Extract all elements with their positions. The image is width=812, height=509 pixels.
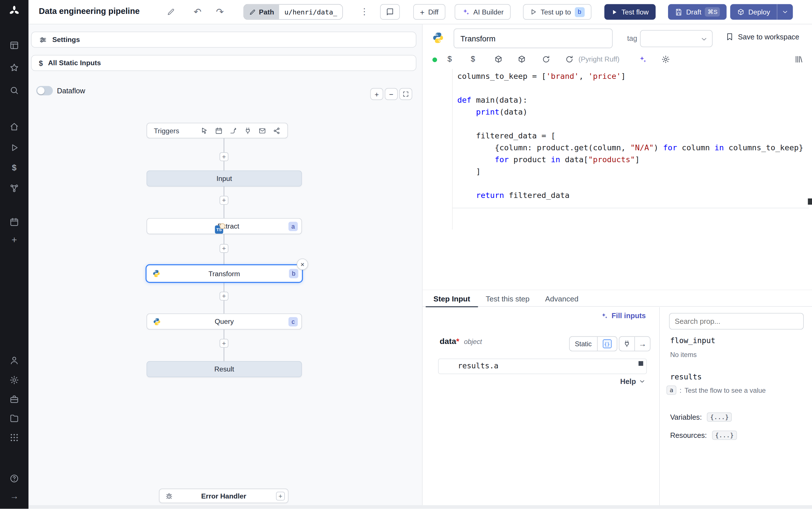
- path-control[interactable]: Path u/henri/data_: [244, 4, 343, 20]
- resources-row: Resources: {...}: [670, 431, 737, 440]
- help-button[interactable]: Help: [620, 377, 645, 385]
- add-plus-icon[interactable]: +: [8, 234, 20, 246]
- colon: :: [680, 386, 681, 394]
- expr-input-field[interactable]: results.a: [438, 359, 647, 374]
- flow-input-section[interactable]: flow_input: [670, 336, 715, 344]
- static-mode-button[interactable]: Static: [570, 337, 597, 351]
- save-to-workspace-button[interactable]: Save to workspace: [726, 33, 799, 41]
- webhook-icon[interactable]: [200, 127, 208, 134]
- tab-test-this-step[interactable]: Test this step: [478, 290, 537, 307]
- add-step-connector[interactable]: +: [220, 152, 228, 161]
- route-icon[interactable]: [229, 127, 237, 134]
- add-step-connector[interactable]: +: [220, 244, 228, 253]
- redo-icon[interactable]: ↷: [216, 6, 224, 18]
- static-inputs-bar[interactable]: $ All Static Inputs: [31, 55, 416, 71]
- ai-builder-button[interactable]: AI Builder: [455, 4, 510, 20]
- search-prop-input[interactable]: [669, 313, 804, 330]
- package-icon[interactable]: [517, 55, 526, 64]
- tag-select[interactable]: [640, 30, 712, 47]
- editor-mode-button[interactable]: {}: [597, 337, 617, 351]
- reload-icon[interactable]: [542, 55, 550, 64]
- zoom-out-button[interactable]: −: [385, 88, 398, 100]
- add-step-connector[interactable]: +: [220, 292, 228, 301]
- deploy-chevron-icon[interactable]: [777, 4, 792, 20]
- variables-dollar-icon[interactable]: $: [8, 162, 20, 174]
- result-node[interactable]: Result: [147, 361, 302, 377]
- windmill-logo[interactable]: [8, 4, 20, 16]
- path-value[interactable]: u/henri/data_: [279, 4, 342, 19]
- result-row[interactable]: a : Test the flow to see a value: [667, 385, 766, 395]
- step-name-input[interactable]: [454, 28, 613, 48]
- arg-type: object: [464, 338, 482, 345]
- dollar-icon[interactable]: $: [471, 55, 475, 63]
- code-braces-icon: {}: [602, 339, 611, 348]
- help-icon[interactable]: [8, 472, 20, 484]
- draft-button[interactable]: Draft ⌘S: [668, 4, 727, 20]
- triggers-node[interactable]: Triggers: [147, 123, 288, 138]
- editor-scroll-indicator[interactable]: [808, 199, 812, 205]
- apps-window-icon[interactable]: [8, 39, 20, 51]
- tab-step-input[interactable]: Step Input: [426, 290, 478, 307]
- remove-step-close-icon[interactable]: ×: [297, 259, 308, 270]
- settings-gear-icon[interactable]: [8, 374, 20, 386]
- undo-icon[interactable]: ↶: [193, 6, 201, 18]
- dollar-icon[interactable]: $: [447, 55, 452, 63]
- extract-node[interactable]: TS Extract a: [147, 218, 302, 234]
- folders-icon[interactable]: [8, 412, 20, 424]
- kafka-icon[interactable]: [273, 127, 281, 134]
- code-editor[interactable]: columns_to_keep = ['brand', 'price'] def…: [422, 69, 812, 288]
- zoom-in-button[interactable]: +: [370, 88, 383, 100]
- bottom-scrollbar-track[interactable]: [28, 505, 812, 509]
- transform-node-selected[interactable]: Transform b: [145, 264, 303, 283]
- workers-toolbox-icon[interactable]: [8, 393, 20, 405]
- favorites-star-icon[interactable]: [8, 62, 20, 73]
- schedules-calendar-icon[interactable]: [8, 216, 20, 228]
- websocket-icon[interactable]: [244, 127, 252, 134]
- result-key-badge: a: [667, 385, 676, 395]
- plus-icon: +: [278, 493, 282, 500]
- schedule-icon[interactable]: [215, 127, 222, 134]
- error-handler-node[interactable]: Error Handler +: [159, 488, 289, 503]
- error-handler-label: Error Handler: [201, 492, 246, 500]
- diff-button[interactable]: + Diff: [413, 4, 445, 20]
- apps-grid-icon[interactable]: [8, 432, 20, 443]
- expand-sidebar-icon[interactable]: →: [8, 490, 20, 502]
- email-icon[interactable]: [258, 127, 266, 134]
- test-flow-button[interactable]: Test flow: [604, 4, 655, 20]
- library-icon[interactable]: [795, 55, 803, 64]
- deploy-button[interactable]: Deploy: [730, 4, 793, 20]
- home-icon[interactable]: [8, 121, 20, 133]
- docs-book-button[interactable]: [380, 4, 400, 20]
- variables-value-badge[interactable]: {...}: [707, 412, 732, 422]
- plug-icon-button[interactable]: [619, 337, 634, 351]
- deploy-label: Deploy: [748, 8, 770, 15]
- editor-settings-gear-icon[interactable]: [661, 55, 670, 64]
- runs-play-icon[interactable]: [8, 141, 20, 154]
- package-icon[interactable]: [494, 55, 503, 64]
- add-step-connector[interactable]: +: [220, 339, 228, 348]
- ai-sparkles-icon[interactable]: [638, 55, 647, 64]
- input-node[interactable]: Input: [147, 170, 302, 186]
- user-icon[interactable]: [8, 354, 20, 366]
- sparkles-icon: [462, 8, 470, 16]
- diagnostics-toggle[interactable]: (Pyright Ruff): [579, 56, 620, 63]
- resources-hub-icon[interactable]: [8, 182, 20, 194]
- search-icon[interactable]: [8, 84, 20, 96]
- fill-inputs-button[interactable]: Fill inputs: [600, 311, 646, 319]
- query-node[interactable]: Query c: [147, 313, 302, 330]
- edit-title-pencil-icon[interactable]: [167, 8, 175, 16]
- tab-advanced[interactable]: Advanced: [538, 290, 586, 307]
- resources-value-badge[interactable]: {...}: [712, 431, 737, 440]
- static-inputs-label: All Static Inputs: [48, 59, 101, 67]
- test-up-to-button[interactable]: Test up to b: [523, 4, 591, 20]
- reload-icon[interactable]: [565, 55, 574, 64]
- arrow-right-button[interactable]: →: [634, 337, 650, 351]
- path-segment[interactable]: Path: [244, 4, 280, 19]
- add-step-connector[interactable]: +: [220, 196, 228, 205]
- more-kebab-icon[interactable]: ⋮: [360, 6, 369, 17]
- fit-view-button[interactable]: [399, 88, 412, 100]
- results-section[interactable]: results: [670, 373, 702, 381]
- dataflow-toggle[interactable]: [36, 86, 53, 95]
- add-error-handler-connector[interactable]: +: [276, 492, 285, 501]
- settings-bar[interactable]: Settings: [31, 31, 416, 48]
